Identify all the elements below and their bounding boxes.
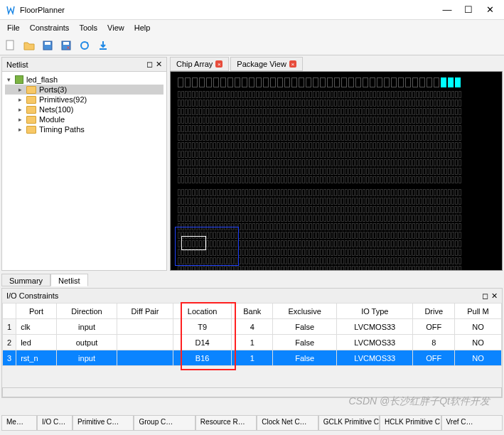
svg-rect-0 (6, 41, 14, 50)
close-icon[interactable]: × (215, 60, 222, 68)
netlist-title: Netlist (6, 60, 28, 69)
column-header[interactable]: Bank (232, 304, 273, 319)
column-header[interactable]: Location (173, 304, 232, 319)
folder-icon (26, 106, 36, 114)
chip-panel: Chip Array× Package View× (170, 57, 503, 271)
minimize-button[interactable]: — (443, 6, 451, 14)
folder-icon (26, 86, 36, 94)
open-button[interactable] (21, 38, 37, 53)
tree-root[interactable]: ▾led_flash (5, 75, 163, 85)
footer-tab[interactable]: Clock Net C… (257, 415, 318, 431)
tree-item-nets[interactable]: ▸Nets(100) (5, 104, 163, 114)
tree-item-ports[interactable]: ▸Ports(3) (5, 85, 163, 95)
column-header[interactable]: Port (16, 304, 57, 319)
column-header[interactable]: Direction (56, 304, 117, 319)
tab-netlist[interactable]: Netlist (50, 274, 88, 286)
new-button[interactable] (3, 38, 18, 53)
netlist-panel: Netlist ◻✕ ▾led_flash ▸Ports(3) ▸Primiti… (1, 57, 167, 271)
footer-tab[interactable]: I/O C… (37, 415, 73, 431)
menu-tools[interactable]: Tools (75, 22, 102, 33)
tab-chip-array[interactable]: Chip Array× (170, 57, 229, 71)
save-button[interactable] (40, 38, 55, 53)
folder-icon (26, 126, 36, 134)
menu-bar: File Constraints Tools View Help (0, 20, 504, 36)
table-row[interactable]: 3rst_ninputB161FalseLVCMOS33OFFNO (3, 350, 502, 366)
column-header[interactable]: IO Type (337, 304, 413, 319)
close-panel-icon[interactable]: ✕ (491, 291, 498, 301)
close-icon[interactable]: × (289, 60, 296, 68)
menu-view[interactable]: View (103, 22, 129, 33)
minimap-viewport[interactable] (181, 236, 206, 250)
table-row[interactable]: 1clkinputT94FalseLVCMOS33OFFNO (3, 319, 502, 335)
folder-icon (26, 96, 36, 104)
chip-array-view[interactable] (170, 71, 503, 271)
title-bar: FloorPlanner — ☐ ✕ (0, 0, 504, 20)
menu-file[interactable]: File (3, 22, 24, 33)
undock-icon[interactable]: ◻ (146, 60, 153, 69)
footer-tab[interactable]: GCLK Primitive C… (318, 415, 380, 431)
column-header[interactable]: Exclusive (273, 304, 337, 319)
column-header[interactable]: Drive (413, 304, 455, 319)
chip-icon (15, 75, 23, 84)
footer-tab[interactable]: Me… (1, 415, 37, 431)
column-header[interactable]: Pull M (454, 304, 501, 319)
close-panel-icon[interactable]: ✕ (156, 60, 162, 69)
svg-rect-2 (45, 42, 50, 45)
reload-button[interactable] (77, 38, 92, 53)
footer-tab[interactable]: Primitive C… (73, 415, 134, 431)
tree-item-module[interactable]: ▸Module (5, 114, 163, 124)
io-constraints-panel: I/O Constraints ◻✕ PortDirectionDiff Pai… (1, 288, 503, 398)
footer-tab[interactable]: Group C… (134, 415, 195, 431)
minimap[interactable] (175, 227, 239, 266)
undock-icon[interactable]: ◻ (482, 291, 488, 301)
app-icon (6, 5, 16, 15)
table-row[interactable]: 2ledoutputD141FalseLVCMOS338NO (3, 335, 502, 350)
menu-constraints[interactable]: Constraints (26, 22, 74, 33)
io-title: I/O Constraints (6, 291, 58, 300)
tab-package-view[interactable]: Package View× (230, 57, 303, 71)
svg-rect-4 (63, 42, 69, 45)
column-header[interactable]: Diff Pair (117, 304, 173, 319)
folder-icon (26, 116, 36, 124)
footer-tab[interactable]: Resource R… (195, 415, 257, 431)
maximize-button[interactable]: ☐ (464, 6, 473, 14)
tab-summary[interactable]: Summary (1, 274, 50, 286)
save-constraints-button[interactable] (58, 38, 74, 53)
footer-tab[interactable]: Vref C… (441, 415, 503, 431)
tree-item-primitives[interactable]: ▸Primitives(92) (5, 95, 163, 104)
tree-item-timing[interactable]: ▸Timing Paths (5, 124, 163, 134)
io-table: PortDirectionDiff PairLocationBankExclus… (2, 303, 502, 366)
toolbar (0, 36, 504, 55)
footer-tabs: Me…I/O C…Primitive C…Group C…Resource R…… (1, 415, 503, 431)
footer-tab[interactable]: HCLK Primitive C… (380, 415, 441, 431)
window-title: FloorPlanner (20, 6, 65, 14)
download-button[interactable] (95, 38, 111, 53)
menu-help[interactable]: Help (130, 22, 155, 33)
horizontal-scrollbar[interactable] (2, 387, 502, 397)
netlist-tree: ▾led_flash ▸Ports(3) ▸Primitives(92) ▸Ne… (2, 72, 166, 270)
close-button[interactable]: ✕ (486, 6, 494, 14)
